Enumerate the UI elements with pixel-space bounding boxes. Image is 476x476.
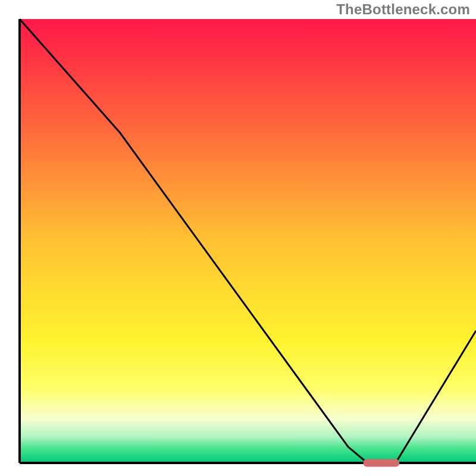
- chart-container: TheBottleneck.com: [0, 0, 476, 476]
- optimal-marker: [364, 459, 400, 467]
- plot-background: [20, 19, 476, 463]
- bottleneck-chart: [0, 0, 476, 476]
